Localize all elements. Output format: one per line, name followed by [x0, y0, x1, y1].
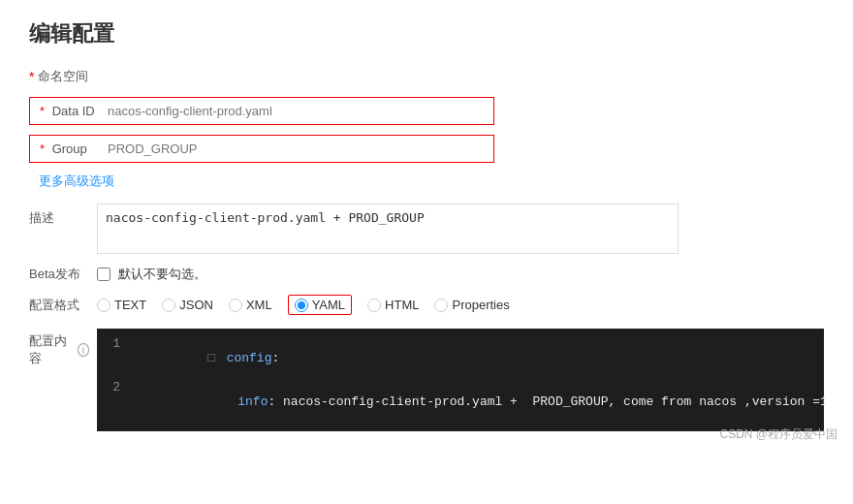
- radio-xml: [229, 299, 242, 312]
- page-title: 编辑配置: [29, 19, 824, 48]
- group-label: * Group: [40, 142, 98, 156]
- format-label-properties: Properties: [452, 298, 509, 312]
- desc-label: 描述: [29, 204, 87, 227]
- radio-yaml: [295, 299, 308, 312]
- group-required-star: *: [40, 142, 45, 156]
- content-info-icon[interactable]: i: [78, 343, 90, 357]
- data-id-label: * Data ID: [40, 104, 98, 118]
- format-option-properties[interactable]: Properties: [434, 298, 509, 312]
- format-label-text: TEXT: [114, 298, 146, 312]
- namespace-row: * 命名空间: [29, 68, 824, 85]
- format-options: TEXT JSON XML YAML HTML: [97, 295, 510, 315]
- beta-hint-text: 默认不要勾选。: [118, 266, 206, 283]
- radio-html: [367, 299, 381, 312]
- radio-properties: [434, 299, 448, 312]
- format-option-xml[interactable]: XML: [229, 298, 272, 312]
- watermark: CSDN @程序员爱中国: [719, 426, 837, 443]
- group-input[interactable]: [108, 142, 484, 156]
- expand-icon-1: □: [207, 351, 223, 365]
- format-option-text[interactable]: TEXT: [97, 298, 146, 312]
- code-keyword-info: info: [237, 394, 268, 409]
- data-id-input[interactable]: [108, 104, 484, 118]
- format-option-html[interactable]: HTML: [367, 298, 419, 312]
- content-label: 配置内容 i: [29, 329, 89, 367]
- edit-config-page: 编辑配置 * 命名空间 * Data ID * Group 更多高级选项 描述 …: [0, 0, 853, 451]
- format-option-json[interactable]: JSON: [162, 298, 213, 312]
- format-label-yaml: YAML: [312, 298, 345, 312]
- config-content-row: 配置内容 i 1 □ config: 2 info: nacos-config-…: [29, 329, 824, 431]
- line-content-1: □ config:: [132, 336, 824, 380]
- format-option-yaml[interactable]: YAML: [288, 295, 352, 315]
- desc-input[interactable]: nacos-config-client-prod.yaml + PROD_GRO…: [97, 204, 679, 254]
- beta-content: 默认不要勾选。: [97, 266, 206, 283]
- code-keyword-config: config: [227, 351, 272, 365]
- data-id-field-wrapper: * Data ID: [29, 97, 494, 125]
- line-number-2: 2: [97, 380, 132, 394]
- code-colon-1: :: [271, 351, 279, 365]
- code-info-value: : nacos-config-client-prod.yaml + PROD_G…: [268, 394, 827, 409]
- format-label-html: HTML: [385, 298, 419, 312]
- code-indent-2: [207, 394, 237, 409]
- code-editor[interactable]: 1 □ config: 2 info: nacos-config-client-…: [97, 329, 824, 431]
- code-line-2: 2 info: nacos-config-client-prod.yaml + …: [97, 380, 824, 424]
- data-id-required-star: *: [40, 104, 45, 118]
- description-row: 描述 nacos-config-client-prod.yaml + PROD_…: [29, 204, 824, 254]
- config-format-row: 配置格式 TEXT JSON XML YAML: [29, 295, 824, 315]
- format-label-xml: XML: [246, 298, 272, 312]
- group-field-wrapper: * Group: [29, 135, 494, 163]
- advanced-link-wrapper: 更多高级选项: [29, 173, 824, 204]
- advanced-options-link[interactable]: 更多高级选项: [39, 173, 114, 190]
- beta-publish-row: Beta发布 默认不要勾选。: [29, 266, 824, 283]
- beta-label: Beta发布: [29, 266, 87, 283]
- beta-checkbox[interactable]: [97, 268, 111, 281]
- namespace-label: 命名空间: [38, 68, 88, 85]
- code-line-1: 1 □ config:: [97, 336, 824, 380]
- format-label: 配置格式: [29, 297, 87, 314]
- radio-json: [162, 299, 175, 312]
- line-content-2: info: nacos-config-client-prod.yaml + PR…: [132, 380, 828, 424]
- line-number-1: 1: [97, 336, 132, 351]
- format-label-json: JSON: [179, 298, 213, 312]
- namespace-required-star: *: [29, 69, 34, 84]
- radio-text: [97, 299, 111, 312]
